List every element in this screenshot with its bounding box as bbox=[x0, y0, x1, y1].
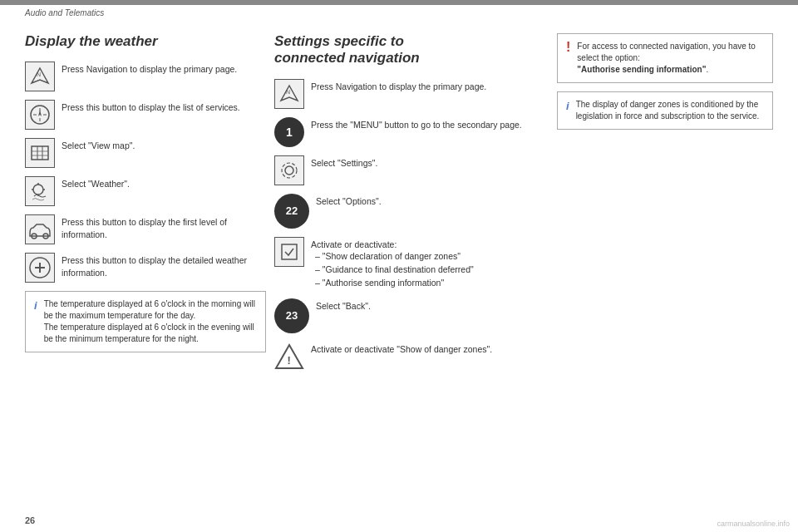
step-row: N Press Navigation to display the primar… bbox=[25, 62, 266, 91]
top-bar bbox=[0, 0, 798, 5]
gear-svg bbox=[278, 159, 301, 182]
step-text: Press this button to display the first l… bbox=[62, 214, 266, 240]
svg-text:N: N bbox=[37, 71, 41, 77]
step-row: Press this button to display the detaile… bbox=[25, 253, 266, 283]
step-row: 23 Select "Back". bbox=[274, 298, 540, 333]
step-text: Select "Back". bbox=[316, 298, 540, 313]
gear-icon bbox=[274, 155, 304, 185]
warning-text: For access to connected navigation, you … bbox=[577, 41, 764, 76]
header-title: Audio and Telematics bbox=[25, 8, 104, 17]
navigation-svg: N bbox=[278, 82, 301, 106]
svg-text:!: ! bbox=[288, 354, 291, 367]
warning-icon: ! bbox=[566, 41, 570, 54]
map-svg bbox=[28, 141, 52, 165]
warning-box: ! For access to connected navigation, yo… bbox=[557, 33, 773, 83]
step-row: Select "Settings". bbox=[274, 155, 540, 185]
step-row: Press this button to display the first l… bbox=[25, 214, 266, 244]
svg-point-26 bbox=[282, 163, 297, 178]
page-header: Audio and Telematics bbox=[25, 8, 104, 17]
info-box-temperature: i The temperature displayed at 6 o'clock… bbox=[25, 291, 266, 352]
step-row: 22 Select "Options". bbox=[274, 194, 540, 229]
step-text: Select "Options". bbox=[316, 194, 540, 208]
step-text: Press this button to display the detaile… bbox=[62, 253, 266, 278]
step-row: N Press Navigation to display the primar… bbox=[274, 79, 540, 109]
circle-num-23: 23 bbox=[274, 298, 309, 333]
list-item: "Authorise sending information" bbox=[315, 277, 540, 290]
bullet-list: "Show declaration of danger zones" "Guid… bbox=[311, 250, 540, 289]
step-row: ! Activate or deactivate "Show of danger… bbox=[274, 342, 540, 372]
step-row: Press this button to display the list of… bbox=[25, 100, 266, 130]
map-icon bbox=[25, 138, 55, 168]
page-number: 26 bbox=[25, 515, 35, 525]
svg-rect-8 bbox=[32, 146, 48, 160]
step-text: Activate or deactivate "Show of danger z… bbox=[311, 342, 540, 356]
info-icon: i bbox=[566, 100, 569, 112]
navigation-svg: N bbox=[28, 65, 52, 88]
weather-svg bbox=[28, 180, 52, 203]
warning-triangle-icon: ! bbox=[274, 342, 304, 372]
plus-svg bbox=[28, 256, 52, 279]
right-column: ! For access to connected navigation, yo… bbox=[557, 33, 773, 507]
step-text: Select "View map". bbox=[62, 138, 266, 152]
step-text: Press Navigation to display the primary … bbox=[62, 62, 266, 76]
nav-icon: N bbox=[25, 62, 55, 91]
car-icon bbox=[25, 214, 55, 244]
left-column: Display the weather N Press Navigation t… bbox=[25, 33, 266, 507]
compass-svg bbox=[28, 103, 52, 126]
svg-marker-7 bbox=[38, 110, 42, 116]
car-svg bbox=[27, 218, 53, 241]
info-box-danger-zones: i The display of danger zones is conditi… bbox=[557, 91, 773, 130]
step-text: Press the "MENU" button to go to the sec… bbox=[311, 117, 540, 131]
svg-point-25 bbox=[285, 166, 293, 175]
list-item: "Guidance to final destination deferred" bbox=[315, 264, 540, 277]
nav-icon: N bbox=[274, 79, 304, 109]
list-item: "Show declaration of danger zones" bbox=[315, 250, 540, 264]
step-text: Select "Settings". bbox=[311, 155, 540, 170]
step-row: 1 Press the "MENU" button to go to the s… bbox=[274, 117, 540, 147]
circle-num-1: 1 bbox=[274, 117, 304, 147]
svg-text:N: N bbox=[286, 89, 290, 95]
checkbox-svg bbox=[278, 240, 301, 264]
watermark: carmanualsonline.info bbox=[717, 520, 790, 528]
step-text: Press Navigation to display the primary … bbox=[311, 79, 540, 93]
step-text: Press this button to display the list of… bbox=[62, 100, 266, 114]
info-icon: i bbox=[34, 299, 37, 312]
step-row: Select "Weather". bbox=[25, 176, 266, 206]
plus-icon bbox=[25, 253, 55, 283]
triangle-svg: ! bbox=[274, 342, 304, 372]
step-text: Activate or deactivate: "Show declaratio… bbox=[311, 237, 540, 290]
circle-num-22: 22 bbox=[274, 194, 309, 229]
middle-section-title: Settings specific to connected navigatio… bbox=[274, 33, 540, 67]
list-icon bbox=[25, 100, 55, 130]
step-row: Select "View map". bbox=[25, 138, 266, 168]
checkbox-icon bbox=[274, 237, 304, 267]
step-text: Select "Weather". bbox=[62, 176, 266, 190]
info-box-text: The temperature displayed at 6 o'clock i… bbox=[44, 298, 257, 345]
main-content: Display the weather N Press Navigation t… bbox=[0, 25, 798, 515]
svg-point-13 bbox=[33, 185, 43, 195]
step-row: Activate or deactivate: "Show declaratio… bbox=[274, 237, 540, 290]
left-section-title: Display the weather bbox=[25, 33, 266, 50]
svg-rect-27 bbox=[282, 244, 297, 259]
info-box-text: The display of danger zones is condition… bbox=[576, 99, 764, 122]
weather-icon bbox=[25, 176, 55, 206]
middle-column: Settings specific to connected navigatio… bbox=[274, 33, 540, 507]
